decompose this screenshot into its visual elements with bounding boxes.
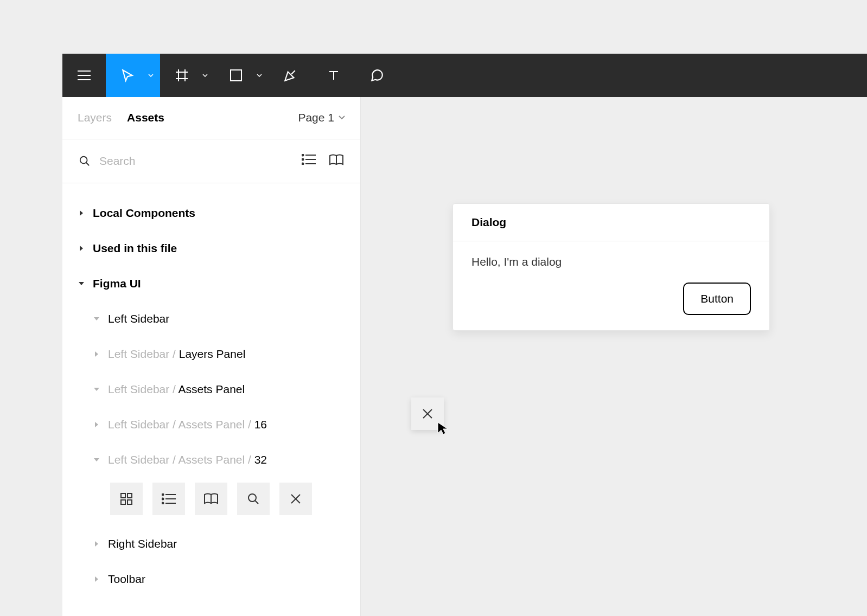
tree-item-assets-panel[interactable]: Left Sidebar / Assets Panel [62,371,360,407]
caret-down-icon [93,316,100,322]
dialog-body-text: Hello, I'm a dialog [453,241,769,283]
tree-label: Toolbar [108,573,145,586]
svg-point-27 [162,503,164,504]
caret-down-icon [78,281,85,286]
thumb-close-icon[interactable] [279,483,312,515]
caret-right-icon [93,576,100,582]
page-switcher[interactable]: Page 1 [298,111,345,124]
tree-item-assets-32[interactable]: Left Sidebar / Assets Panel / 32 [62,442,360,477]
tree-label: Figma UI [93,277,141,290]
svg-point-10 [80,157,87,164]
search-input[interactable] [99,155,293,168]
thumb-search-icon[interactable] [237,483,270,515]
tree-label: Left Sidebar / Assets Panel / 32 [108,453,267,466]
caret-down-icon [93,387,100,392]
comment-tool-button[interactable] [355,54,399,97]
tree-label: Left Sidebar [108,312,169,325]
search-row [62,139,360,184]
tree-item-right-sidebar[interactable]: Right Sidebar [62,526,360,561]
caret-right-icon [78,245,85,252]
canvas[interactable]: Dialog Hello, I'm a dialog Button [361,97,867,616]
text-tool-button[interactable] [312,54,355,97]
tree-section-local-components[interactable]: Local Components [62,195,360,230]
caret-right-icon [93,541,100,547]
cursor-icon [437,421,449,438]
pen-tool-button[interactable] [269,54,312,97]
component-thumbnails [62,483,360,515]
tree-label: Local Components [93,207,195,220]
svg-point-14 [302,158,304,160]
toolbar [62,54,867,97]
chevron-down-icon [148,74,154,77]
tree-label: Used in this file [93,242,177,255]
svg-rect-21 [121,500,125,504]
book-icon[interactable] [329,154,344,168]
svg-rect-19 [121,493,125,498]
shape-tool-button[interactable] [214,54,269,97]
assets-tree: Local Components Used in this file Figma… [62,183,360,616]
dialog-title: Dialog [453,204,769,241]
caret-right-icon [78,210,85,216]
svg-point-25 [162,498,164,500]
svg-rect-22 [127,500,132,504]
move-tool-button[interactable] [106,54,160,97]
svg-point-30 [248,494,256,502]
chevron-down-icon [257,74,262,77]
chevron-down-icon [202,74,208,77]
svg-line-11 [86,163,90,166]
tree-section-figma-ui[interactable]: Figma UI [62,266,360,301]
tree-item-left-sidebar[interactable]: Left Sidebar [62,301,360,336]
svg-rect-20 [127,493,132,498]
menu-button[interactable] [62,54,106,97]
thumb-book-icon[interactable] [195,483,227,515]
tree-item-layers-panel[interactable]: Left Sidebar / Layers Panel [62,336,360,371]
svg-rect-7 [231,70,241,81]
tree-label: Right Sidebar [108,537,177,550]
svg-point-16 [302,163,304,164]
svg-point-12 [302,154,304,156]
dialog-button[interactable]: Button [683,283,751,315]
dialog-component[interactable]: Dialog Hello, I'm a dialog Button [452,203,770,331]
caret-right-icon [93,421,100,428]
chevron-down-icon [339,116,345,120]
tree-label: Left Sidebar / Layers Panel [108,348,245,361]
frame-tool-button[interactable] [160,54,214,97]
tree-section-used-in-file[interactable]: Used in this file [62,230,360,266]
caret-right-icon [93,351,100,357]
tree-item-assets-16[interactable]: Left Sidebar / Assets Panel / 16 [62,407,360,442]
svg-line-31 [255,501,258,504]
caret-down-icon [93,457,100,463]
thumb-list-icon[interactable] [152,483,185,515]
list-view-icon[interactable] [302,154,316,168]
search-icon [79,155,91,167]
tab-assets[interactable]: Assets [127,111,164,124]
svg-point-23 [162,494,164,496]
thumb-grid-icon[interactable] [110,483,143,515]
tree-label: Left Sidebar / Assets Panel / 16 [108,418,267,431]
sidebar-tabs: Layers Assets Page 1 [62,97,360,139]
page-label: Page 1 [298,111,334,124]
tree-item-toolbar[interactable]: Toolbar [62,561,360,596]
tree-label: Left Sidebar / Assets Panel [108,383,245,396]
tab-layers[interactable]: Layers [78,111,112,124]
left-sidebar: Layers Assets Page 1 Local Comp [62,97,361,616]
